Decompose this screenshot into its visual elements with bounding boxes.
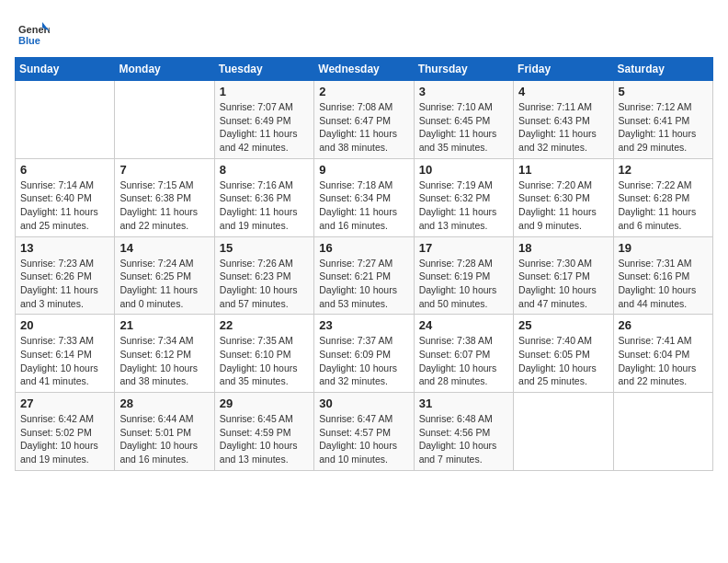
cell-day-number: 2	[319, 85, 408, 98]
cell-info-text: Sunrise: 7:11 AM Sunset: 6:43 PM Dayligh…	[518, 100, 608, 155]
cell-info-text: Sunrise: 7:33 AM Sunset: 6:14 PM Dayligh…	[20, 334, 109, 388]
weekday-header: Sunday	[16, 58, 115, 81]
calendar-table: SundayMondayTuesdayWednesdayThursdayFrid…	[15, 57, 713, 471]
cell-info-text: Sunrise: 7:14 AM Sunset: 6:40 PM Dayligh…	[20, 178, 109, 233]
calendar-cell: 13Sunrise: 7:23 AM Sunset: 6:26 PM Dayli…	[16, 236, 115, 315]
cell-info-text: Sunrise: 6:47 AM Sunset: 4:57 PM Dayligh…	[319, 412, 408, 466]
cell-info-text: Sunrise: 6:42 AM Sunset: 5:02 PM Dayligh…	[20, 412, 109, 466]
calendar-cell: 5Sunrise: 7:12 AM Sunset: 6:41 PM Daylig…	[613, 81, 712, 159]
calendar-cell: 25Sunrise: 7:40 AM Sunset: 6:05 PM Dayli…	[514, 315, 613, 393]
calendar-cell: 24Sunrise: 7:38 AM Sunset: 6:07 PM Dayli…	[414, 315, 513, 393]
cell-info-text: Sunrise: 7:41 AM Sunset: 6:04 PM Dayligh…	[619, 334, 708, 388]
cell-info-text: Sunrise: 7:18 AM Sunset: 6:34 PM Dayligh…	[319, 178, 408, 233]
calendar-cell: 18Sunrise: 7:30 AM Sunset: 6:17 PM Dayli…	[514, 236, 613, 315]
cell-day-number: 17	[419, 241, 508, 255]
cell-info-text: Sunrise: 6:44 AM Sunset: 5:01 PM Dayligh…	[119, 412, 209, 466]
cell-info-text: Sunrise: 7:20 AM Sunset: 6:30 PM Dayligh…	[518, 178, 608, 233]
cell-day-number: 15	[220, 241, 309, 255]
calendar-row: 13Sunrise: 7:23 AM Sunset: 6:26 PM Dayli…	[16, 236, 713, 315]
weekday-header: Friday	[514, 58, 613, 81]
cell-day-number: 9	[319, 163, 408, 177]
calendar-cell: 6Sunrise: 7:14 AM Sunset: 6:40 PM Daylig…	[16, 158, 115, 236]
cell-day-number: 26	[619, 318, 708, 332]
calendar-cell	[16, 81, 115, 159]
calendar-cell: 22Sunrise: 7:35 AM Sunset: 6:10 PM Dayli…	[214, 315, 313, 393]
cell-day-number: 13	[20, 241, 109, 255]
weekday-header: Thursday	[414, 58, 513, 81]
cell-info-text: Sunrise: 6:45 AM Sunset: 4:59 PM Dayligh…	[220, 412, 309, 466]
cell-day-number: 4	[518, 85, 608, 98]
cell-info-text: Sunrise: 7:07 AM Sunset: 6:49 PM Dayligh…	[220, 100, 309, 155]
cell-info-text: Sunrise: 7:22 AM Sunset: 6:28 PM Dayligh…	[619, 178, 708, 233]
calendar-cell: 14Sunrise: 7:24 AM Sunset: 6:25 PM Dayli…	[115, 236, 214, 315]
cell-day-number: 30	[319, 396, 408, 410]
cell-day-number: 23	[319, 318, 408, 332]
cell-info-text: Sunrise: 7:31 AM Sunset: 6:16 PM Dayligh…	[619, 257, 708, 311]
cell-day-number: 18	[518, 241, 608, 255]
cell-day-number: 25	[518, 318, 608, 332]
logo: General Blue	[15, 15, 50, 50]
cell-info-text: Sunrise: 7:38 AM Sunset: 6:07 PM Dayligh…	[419, 334, 508, 388]
calendar-cell: 9Sunrise: 7:18 AM Sunset: 6:34 PM Daylig…	[314, 158, 414, 236]
cell-day-number: 6	[20, 163, 109, 177]
calendar-row: 20Sunrise: 7:33 AM Sunset: 6:14 PM Dayli…	[16, 315, 713, 393]
cell-day-number: 28	[119, 396, 209, 410]
cell-info-text: Sunrise: 7:23 AM Sunset: 6:26 PM Dayligh…	[20, 257, 109, 311]
cell-day-number: 22	[220, 318, 309, 332]
calendar-cell	[514, 393, 613, 471]
cell-info-text: Sunrise: 7:12 AM Sunset: 6:41 PM Dayligh…	[619, 100, 708, 155]
cell-info-text: Sunrise: 7:16 AM Sunset: 6:36 PM Dayligh…	[220, 178, 309, 233]
cell-day-number: 16	[319, 241, 408, 255]
calendar-cell: 2Sunrise: 7:08 AM Sunset: 6:47 PM Daylig…	[314, 81, 414, 159]
cell-info-text: Sunrise: 7:37 AM Sunset: 6:09 PM Dayligh…	[319, 334, 408, 388]
page-header: General Blue	[15, 15, 713, 50]
cell-day-number: 14	[119, 241, 209, 255]
weekday-header: Saturday	[613, 58, 712, 81]
calendar-cell: 3Sunrise: 7:10 AM Sunset: 6:45 PM Daylig…	[414, 81, 513, 159]
cell-info-text: Sunrise: 7:24 AM Sunset: 6:25 PM Dayligh…	[119, 257, 209, 311]
cell-info-text: Sunrise: 7:40 AM Sunset: 6:05 PM Dayligh…	[518, 334, 608, 388]
cell-day-number: 3	[419, 85, 508, 98]
cell-day-number: 19	[619, 241, 708, 255]
calendar-cell: 31Sunrise: 6:48 AM Sunset: 4:56 PM Dayli…	[414, 393, 513, 471]
cell-day-number: 11	[518, 163, 608, 177]
calendar-cell	[115, 81, 214, 159]
calendar-cell: 26Sunrise: 7:41 AM Sunset: 6:04 PM Dayli…	[613, 315, 712, 393]
cell-day-number: 29	[220, 396, 309, 410]
weekday-header: Monday	[115, 58, 214, 81]
svg-text:Blue: Blue	[18, 35, 40, 46]
calendar-cell: 7Sunrise: 7:15 AM Sunset: 6:38 PM Daylig…	[115, 158, 214, 236]
calendar-cell: 28Sunrise: 6:44 AM Sunset: 5:01 PM Dayli…	[115, 393, 214, 471]
calendar-cell: 20Sunrise: 7:33 AM Sunset: 6:14 PM Dayli…	[16, 315, 115, 393]
cell-day-number: 20	[20, 318, 109, 332]
weekday-header: Wednesday	[314, 58, 414, 81]
cell-day-number: 24	[419, 318, 508, 332]
cell-day-number: 27	[20, 396, 109, 410]
calendar-cell: 29Sunrise: 6:45 AM Sunset: 4:59 PM Dayli…	[214, 393, 313, 471]
cell-info-text: Sunrise: 7:34 AM Sunset: 6:12 PM Dayligh…	[119, 334, 209, 388]
calendar-cell: 21Sunrise: 7:34 AM Sunset: 6:12 PM Dayli…	[115, 315, 214, 393]
cell-info-text: Sunrise: 6:48 AM Sunset: 4:56 PM Dayligh…	[419, 412, 508, 466]
cell-day-number: 7	[119, 163, 209, 177]
calendar-row: 1Sunrise: 7:07 AM Sunset: 6:49 PM Daylig…	[16, 81, 713, 159]
calendar-cell: 8Sunrise: 7:16 AM Sunset: 6:36 PM Daylig…	[214, 158, 313, 236]
calendar-cell: 17Sunrise: 7:28 AM Sunset: 6:19 PM Dayli…	[414, 236, 513, 315]
cell-info-text: Sunrise: 7:26 AM Sunset: 6:23 PM Dayligh…	[220, 257, 309, 311]
calendar-row: 6Sunrise: 7:14 AM Sunset: 6:40 PM Daylig…	[16, 158, 713, 236]
cell-info-text: Sunrise: 7:35 AM Sunset: 6:10 PM Dayligh…	[220, 334, 309, 388]
calendar-cell: 19Sunrise: 7:31 AM Sunset: 6:16 PM Dayli…	[613, 236, 712, 315]
cell-day-number: 10	[419, 163, 508, 177]
calendar-cell: 23Sunrise: 7:37 AM Sunset: 6:09 PM Dayli…	[314, 315, 414, 393]
cell-day-number: 5	[619, 85, 708, 98]
calendar-cell: 30Sunrise: 6:47 AM Sunset: 4:57 PM Dayli…	[314, 393, 414, 471]
cell-day-number: 31	[419, 396, 508, 410]
cell-day-number: 8	[220, 163, 309, 177]
cell-day-number: 21	[119, 318, 209, 332]
cell-info-text: Sunrise: 7:10 AM Sunset: 6:45 PM Dayligh…	[419, 100, 508, 155]
calendar-cell: 12Sunrise: 7:22 AM Sunset: 6:28 PM Dayli…	[613, 158, 712, 236]
cell-info-text: Sunrise: 7:15 AM Sunset: 6:38 PM Dayligh…	[119, 178, 209, 233]
calendar-cell: 10Sunrise: 7:19 AM Sunset: 6:32 PM Dayli…	[414, 158, 513, 236]
cell-info-text: Sunrise: 7:30 AM Sunset: 6:17 PM Dayligh…	[518, 257, 608, 311]
calendar-row: 27Sunrise: 6:42 AM Sunset: 5:02 PM Dayli…	[16, 393, 713, 471]
cell-info-text: Sunrise: 7:28 AM Sunset: 6:19 PM Dayligh…	[419, 257, 508, 311]
